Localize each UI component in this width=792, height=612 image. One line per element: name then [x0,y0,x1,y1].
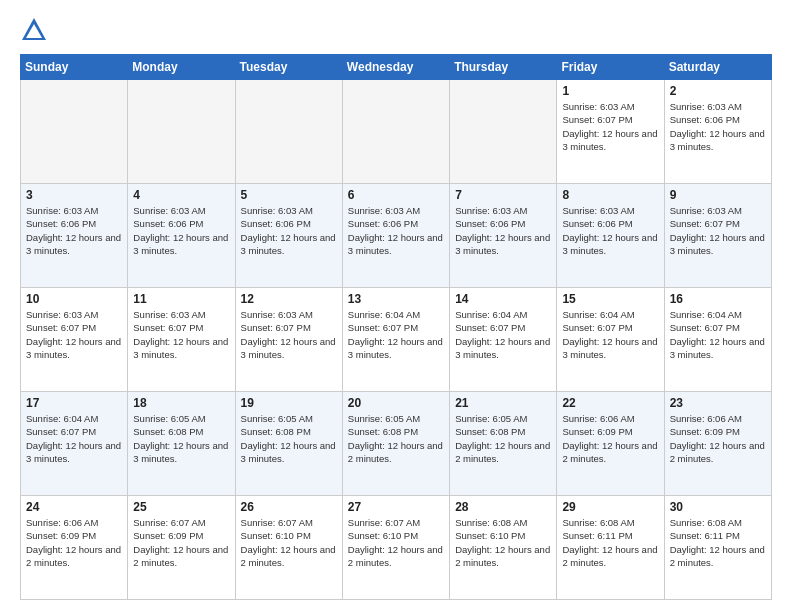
calendar-cell: 16Sunrise: 6:04 AMSunset: 6:07 PMDayligh… [664,288,771,392]
day-info: Sunrise: 6:03 AMSunset: 6:06 PMDaylight:… [455,204,551,257]
calendar-cell: 19Sunrise: 6:05 AMSunset: 6:08 PMDayligh… [235,392,342,496]
weekday-header-friday: Friday [557,55,664,80]
day-info: Sunrise: 6:05 AMSunset: 6:08 PMDaylight:… [348,412,444,465]
calendar-cell [342,80,449,184]
logo-icon [20,16,48,44]
logo [20,16,52,44]
day-number: 15 [562,292,658,306]
day-info: Sunrise: 6:08 AMSunset: 6:11 PMDaylight:… [670,516,766,569]
page: SundayMondayTuesdayWednesdayThursdayFrid… [0,0,792,612]
day-number: 12 [241,292,337,306]
day-number: 26 [241,500,337,514]
day-number: 8 [562,188,658,202]
day-number: 28 [455,500,551,514]
day-number: 21 [455,396,551,410]
day-number: 30 [670,500,766,514]
day-info: Sunrise: 6:03 AMSunset: 6:06 PMDaylight:… [562,204,658,257]
calendar-cell: 13Sunrise: 6:04 AMSunset: 6:07 PMDayligh… [342,288,449,392]
day-info: Sunrise: 6:03 AMSunset: 6:06 PMDaylight:… [26,204,122,257]
calendar-cell: 17Sunrise: 6:04 AMSunset: 6:07 PMDayligh… [21,392,128,496]
calendar-cell [235,80,342,184]
week-row-3: 10Sunrise: 6:03 AMSunset: 6:07 PMDayligh… [21,288,772,392]
day-number: 13 [348,292,444,306]
day-number: 20 [348,396,444,410]
day-number: 3 [26,188,122,202]
calendar-cell: 5Sunrise: 6:03 AMSunset: 6:06 PMDaylight… [235,184,342,288]
weekday-header-thursday: Thursday [450,55,557,80]
day-number: 18 [133,396,229,410]
day-info: Sunrise: 6:07 AMSunset: 6:10 PMDaylight:… [241,516,337,569]
calendar-cell: 12Sunrise: 6:03 AMSunset: 6:07 PMDayligh… [235,288,342,392]
day-number: 19 [241,396,337,410]
day-number: 7 [455,188,551,202]
day-number: 6 [348,188,444,202]
calendar: SundayMondayTuesdayWednesdayThursdayFrid… [20,54,772,600]
calendar-cell: 28Sunrise: 6:08 AMSunset: 6:10 PMDayligh… [450,496,557,600]
calendar-cell: 3Sunrise: 6:03 AMSunset: 6:06 PMDaylight… [21,184,128,288]
day-info: Sunrise: 6:04 AMSunset: 6:07 PMDaylight:… [670,308,766,361]
calendar-cell: 25Sunrise: 6:07 AMSunset: 6:09 PMDayligh… [128,496,235,600]
calendar-cell [21,80,128,184]
day-number: 29 [562,500,658,514]
calendar-cell: 27Sunrise: 6:07 AMSunset: 6:10 PMDayligh… [342,496,449,600]
day-number: 24 [26,500,122,514]
day-number: 25 [133,500,229,514]
calendar-cell: 18Sunrise: 6:05 AMSunset: 6:08 PMDayligh… [128,392,235,496]
day-number: 14 [455,292,551,306]
week-row-2: 3Sunrise: 6:03 AMSunset: 6:06 PMDaylight… [21,184,772,288]
day-number: 9 [670,188,766,202]
weekday-header-tuesday: Tuesday [235,55,342,80]
calendar-cell: 23Sunrise: 6:06 AMSunset: 6:09 PMDayligh… [664,392,771,496]
week-row-5: 24Sunrise: 6:06 AMSunset: 6:09 PMDayligh… [21,496,772,600]
day-info: Sunrise: 6:05 AMSunset: 6:08 PMDaylight:… [455,412,551,465]
calendar-cell: 9Sunrise: 6:03 AMSunset: 6:07 PMDaylight… [664,184,771,288]
day-number: 11 [133,292,229,306]
day-info: Sunrise: 6:03 AMSunset: 6:06 PMDaylight:… [670,100,766,153]
day-info: Sunrise: 6:06 AMSunset: 6:09 PMDaylight:… [670,412,766,465]
calendar-cell: 21Sunrise: 6:05 AMSunset: 6:08 PMDayligh… [450,392,557,496]
weekday-header-saturday: Saturday [664,55,771,80]
day-info: Sunrise: 6:04 AMSunset: 6:07 PMDaylight:… [348,308,444,361]
calendar-cell: 29Sunrise: 6:08 AMSunset: 6:11 PMDayligh… [557,496,664,600]
calendar-cell: 8Sunrise: 6:03 AMSunset: 6:06 PMDaylight… [557,184,664,288]
day-info: Sunrise: 6:04 AMSunset: 6:07 PMDaylight:… [562,308,658,361]
day-info: Sunrise: 6:03 AMSunset: 6:06 PMDaylight:… [133,204,229,257]
day-info: Sunrise: 6:06 AMSunset: 6:09 PMDaylight:… [562,412,658,465]
week-row-4: 17Sunrise: 6:04 AMSunset: 6:07 PMDayligh… [21,392,772,496]
calendar-cell: 20Sunrise: 6:05 AMSunset: 6:08 PMDayligh… [342,392,449,496]
day-info: Sunrise: 6:05 AMSunset: 6:08 PMDaylight:… [241,412,337,465]
calendar-cell: 6Sunrise: 6:03 AMSunset: 6:06 PMDaylight… [342,184,449,288]
weekday-header-wednesday: Wednesday [342,55,449,80]
day-info: Sunrise: 6:03 AMSunset: 6:07 PMDaylight:… [133,308,229,361]
week-row-1: 1Sunrise: 6:03 AMSunset: 6:07 PMDaylight… [21,80,772,184]
day-info: Sunrise: 6:08 AMSunset: 6:11 PMDaylight:… [562,516,658,569]
day-info: Sunrise: 6:07 AMSunset: 6:10 PMDaylight:… [348,516,444,569]
day-info: Sunrise: 6:07 AMSunset: 6:09 PMDaylight:… [133,516,229,569]
calendar-cell: 10Sunrise: 6:03 AMSunset: 6:07 PMDayligh… [21,288,128,392]
day-info: Sunrise: 6:03 AMSunset: 6:07 PMDaylight:… [26,308,122,361]
header [20,16,772,44]
day-info: Sunrise: 6:08 AMSunset: 6:10 PMDaylight:… [455,516,551,569]
weekday-header-sunday: Sunday [21,55,128,80]
calendar-cell: 22Sunrise: 6:06 AMSunset: 6:09 PMDayligh… [557,392,664,496]
day-info: Sunrise: 6:05 AMSunset: 6:08 PMDaylight:… [133,412,229,465]
day-info: Sunrise: 6:03 AMSunset: 6:06 PMDaylight:… [348,204,444,257]
day-info: Sunrise: 6:04 AMSunset: 6:07 PMDaylight:… [455,308,551,361]
calendar-cell [128,80,235,184]
calendar-cell: 2Sunrise: 6:03 AMSunset: 6:06 PMDaylight… [664,80,771,184]
day-info: Sunrise: 6:06 AMSunset: 6:09 PMDaylight:… [26,516,122,569]
calendar-cell: 24Sunrise: 6:06 AMSunset: 6:09 PMDayligh… [21,496,128,600]
day-info: Sunrise: 6:03 AMSunset: 6:06 PMDaylight:… [241,204,337,257]
calendar-cell: 4Sunrise: 6:03 AMSunset: 6:06 PMDaylight… [128,184,235,288]
calendar-cell: 1Sunrise: 6:03 AMSunset: 6:07 PMDaylight… [557,80,664,184]
day-number: 17 [26,396,122,410]
day-number: 5 [241,188,337,202]
day-number: 2 [670,84,766,98]
day-number: 22 [562,396,658,410]
weekday-header-monday: Monday [128,55,235,80]
day-info: Sunrise: 6:03 AMSunset: 6:07 PMDaylight:… [670,204,766,257]
calendar-cell: 14Sunrise: 6:04 AMSunset: 6:07 PMDayligh… [450,288,557,392]
calendar-cell: 26Sunrise: 6:07 AMSunset: 6:10 PMDayligh… [235,496,342,600]
day-number: 1 [562,84,658,98]
calendar-cell: 7Sunrise: 6:03 AMSunset: 6:06 PMDaylight… [450,184,557,288]
